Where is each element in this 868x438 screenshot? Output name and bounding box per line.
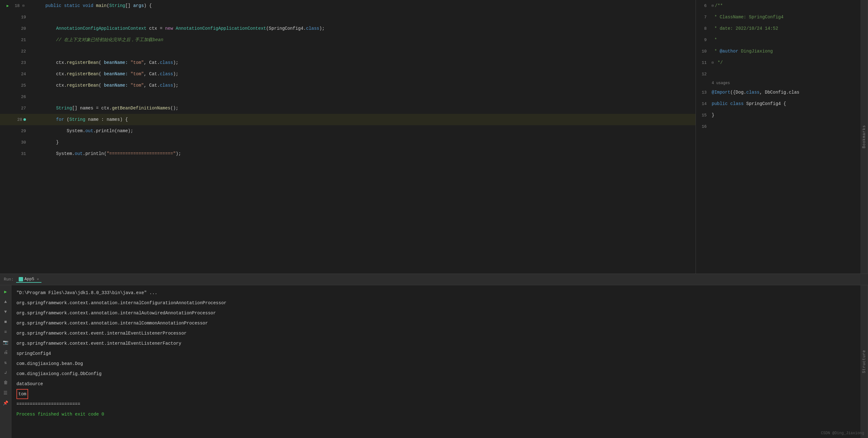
code-content-29: System.out.println(name); [29,125,133,137]
code-content-28: for (String name : names) { [29,114,128,125]
console-line-5: org.springframework.context.event.intern… [17,338,855,348]
code-line-26: 26 [0,91,695,102]
code-area: ▶18⊟ public static void main(String[] ar… [0,0,868,274]
console-line-7: com.dingjiaxiong.bean.Dog [17,359,855,369]
code-content-18: public static void main(String[] args) { [29,0,152,11]
right-content-11: */ [715,60,723,65]
line-gutter-30: 30 [0,140,29,145]
console-line-9: dataSource [17,379,855,389]
stop-button[interactable]: ■ [2,318,9,326]
right-line-number-9: 9 [696,38,712,42]
code-line-22: 22 [0,45,695,57]
right-line-7: 7 * ClassName: SpringConfig4 [696,11,860,23]
right-content-15: } [712,112,714,117]
line-number-30: 30 [17,140,26,145]
code-lines: ▶18⊟ public static void main(String[] ar… [0,0,695,159]
run-icon-18[interactable]: ▶ [7,3,9,8]
code-content-20: AnnotationConfigApplicationContext ctx =… [29,23,325,34]
console-line-0: "D:\Program Files\Java\jdk1.8.0_333\bin\… [17,288,855,298]
structure-sidebar[interactable]: Structure [860,285,868,438]
print-button[interactable]: 🖨 [2,348,9,356]
right-line-number-12: 12 [696,72,712,76]
right-content-7: * ClassName: SpringConfig4 [712,14,783,20]
code-content-24: ctx.registerBean( beanName: "tom", Cat.c… [29,68,179,80]
right-line-9: 9 * [696,34,860,45]
right-line-number-8: 8 [696,26,712,31]
line-number-31: 31 [17,151,26,156]
fold-icon-18[interactable]: ⊟ [21,3,26,8]
tab-close-icon[interactable]: ✕ [37,277,39,281]
right-content-8: * date: 2022/10/24 14:52 [712,26,778,31]
import-button[interactable]: ↲ [2,369,9,376]
code-line-18: ▶18⊟ public static void main(String[] ar… [0,0,695,11]
run-body: ▶ ▲ ▼ ■ ≡ 📷 🖨 ⇅ ↲ 🗑 ☰ 📌 "D:\Program File… [0,285,868,438]
run-play-button[interactable]: ▶ [2,288,9,295]
settings-button[interactable]: ≡ [2,328,9,336]
list-button[interactable]: ☰ [2,389,9,397]
tab-icon [19,277,23,281]
app5-tab[interactable]: App5 ✕ [16,276,41,283]
code-line-23: 23 ctx.registerBean( beanName: "tom", Ca… [0,57,695,68]
line-gutter-25: 25 [0,83,29,88]
line-number-28: 28 [13,117,22,122]
line-gutter-18: ▶18⊟ [0,3,29,8]
code-content-23: ctx.registerBean( beanName: "tom", Cat.c… [29,57,179,68]
run-panel: Run: App5 ✕ ▶ ▲ ▼ ■ ≡ 📷 🖨 ⇅ ↲ 🗑 ☰ 📌 "D:\… [0,274,868,438]
line-gutter-27: 27 [0,106,29,111]
filter-button[interactable]: ⇅ [2,359,9,366]
right-line-number-11: 11 [696,60,712,65]
line-gutter-28: 28 [0,117,29,122]
right-line-6: 6⊟/** [696,0,860,11]
console-output: "D:\Program Files\Java\jdk1.8.0_333\bin\… [11,285,860,438]
console-line-13: Process finished with exit code 0 [17,409,855,419]
console-line-1: org.springframework.context.annotation.i… [17,298,855,308]
line-gutter-20: 20 [0,26,29,31]
right-content-6: /** [715,3,723,8]
line-gutter-19: 19 [0,15,29,20]
console-line-4: org.springframework.context.event.intern… [17,328,855,338]
bookmarks-sidebar[interactable]: Bookmarks [860,0,868,274]
scroll-down-button[interactable]: ▼ [2,308,9,315]
scroll-up-button[interactable]: ▲ [2,298,9,305]
line-gutter-22: 22 [0,49,29,54]
code-content-27: String[] names = ctx.getBeanDefinitionNa… [29,102,179,114]
right-content-14: public class SpringConfig4 { [712,101,786,106]
right-line-number-7: 7 [696,15,712,20]
csdn-watermark: CSDN @Ding_Jiaxiong [821,431,864,435]
right-code-lines: 6⊟/**7 * ClassName: SpringConfig48 * dat… [696,0,860,132]
line-number-27: 27 [17,106,26,111]
right-line-10: 10 * @author DingJiaxiong [696,45,860,57]
camera-button[interactable]: 📷 [2,338,9,346]
right-fold-icon-6[interactable]: ⊟ [712,4,714,8]
line-gutter-21: 21 [0,38,29,42]
right-line-number-6: 6 [696,3,712,8]
line-number-20: 20 [17,26,26,31]
tab-label: App5 [24,277,34,281]
code-content-31: System.out.println("====================… [29,148,181,159]
run-toolbar: ▶ ▲ ▼ ■ ≡ 📷 🖨 ⇅ ↲ 🗑 ☰ 📌 [0,285,11,438]
code-line-24: 24 ctx.registerBean( beanName: "tom", Ca… [0,68,695,80]
right-content-9: * [712,37,717,42]
delete-button[interactable]: 🗑 [2,379,9,386]
code-line-31: 31 System.out.println("=================… [0,148,695,159]
line-number-24: 24 [17,72,26,76]
right-fold-icon-11[interactable]: ⊟ [712,61,714,65]
line-number-21: 21 [17,38,26,42]
console-line-3: org.springframework.context.annotation.i… [17,318,855,328]
code-line-20: 20 AnnotationConfigApplicationContext ct… [0,23,695,34]
right-line-number-14: 14 [696,102,712,106]
right-panel: 6⊟/**7 * ClassName: SpringConfig48 * dat… [696,0,860,274]
right-line-number-16: 16 [696,124,712,129]
right-content-10: * @author DingJiaxiong [712,49,773,54]
line-number-29: 29 [17,129,26,133]
right-content-13: @Import({Dog.class, DbConfig.clas [712,90,799,95]
code-line-25: 25 ctx.registerBean( beanName: "tom", Ca… [0,80,695,91]
console-line-8: com.dingjiaxiong.config.DbConfig [17,369,855,379]
pin-button[interactable]: 📌 [2,399,9,407]
line-number-23: 23 [17,60,26,65]
right-line-11: 11⊟ */ [696,57,860,68]
bookmark-dot-28 [23,118,26,121]
line-number-22: 22 [17,49,26,54]
console-line-6: springConfig4 [17,348,855,359]
right-line-number-10: 10 [696,49,712,54]
